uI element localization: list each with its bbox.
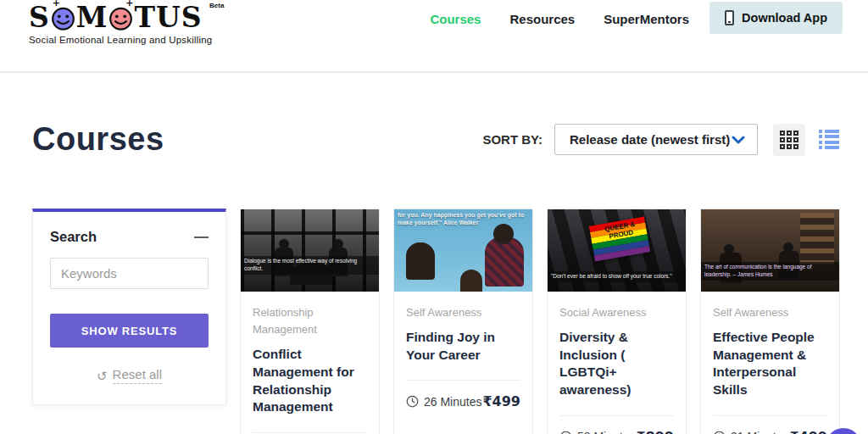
course-thumbnail: The art of communication is the language… <box>701 209 839 292</box>
grid-view-button[interactable] <box>773 124 805 156</box>
course-duration: 58 Minutes <box>559 430 635 434</box>
download-app-label: Download App <box>742 11 827 25</box>
course-duration-label: 58 Minutes <box>577 430 635 434</box>
divider <box>713 415 827 416</box>
course-category: Self Awareness <box>406 304 520 321</box>
clock-icon <box>559 431 572 434</box>
course-card-footer: 31 Minutes ₹499 <box>713 429 827 434</box>
page-title: Courses <box>32 121 164 158</box>
chevron-down-icon <box>732 136 745 144</box>
beta-badge: Beta <box>209 2 224 9</box>
course-duration-label: 31 Minutes <box>731 430 788 434</box>
reset-all-label: Reset all <box>113 367 162 384</box>
course-thumbnail: Dialogue is the most effective way of re… <box>241 209 379 292</box>
list-view-icon <box>819 130 839 150</box>
course-category: Self Awareness <box>713 304 827 321</box>
logo[interactable]: Beta S + M + <box>29 3 212 45</box>
course-category: Social Awareness <box>559 304 674 321</box>
grid-view-icon <box>780 131 798 149</box>
show-results-button[interactable]: SHOW RESULTS <box>50 314 209 348</box>
keywords-input[interactable] <box>50 258 209 289</box>
course-category: Relationship Management <box>253 304 367 338</box>
course-card-body: Relationship Management Conflict Managem… <box>241 292 379 434</box>
logo-letter: M <box>76 3 108 31</box>
course-title: Conflict Management for Relationship Man… <box>253 346 367 415</box>
content: Search SHOW RESULTS ↺ Reset all Dialogue… <box>32 209 868 434</box>
logo-tagline: Social Emotional Learning and Upskilling <box>29 35 212 45</box>
reset-all-link[interactable]: ↺ Reset all <box>50 367 209 384</box>
course-title: Diversity & Inclusion ( LGBTQi+ awarenes… <box>559 329 674 398</box>
course-price: ₹899 <box>636 429 674 434</box>
thumbnail-caption: for you. Any happiness you get you've go… <box>394 209 532 229</box>
course-card-footer: 58 Minutes ₹899 <box>559 429 674 434</box>
download-app-button[interactable]: Download App <box>709 2 843 34</box>
main-nav: Courses Resources SuperMentors <box>430 12 689 26</box>
sort-dropdown-value: Release date (newest first) <box>570 132 730 147</box>
nav-item-resources[interactable]: Resources <box>509 12 575 26</box>
course-title: Finding Joy in Your Career <box>406 329 520 364</box>
course-duration: 31 Minutes <box>713 430 788 434</box>
course-card-footer: 26 Minutes ₹499 <box>406 393 520 409</box>
collapse-icon[interactable] <box>194 236 209 238</box>
clock-icon <box>713 431 726 434</box>
course-card-body: Social Awareness Diversity & Inclusion (… <box>548 292 686 434</box>
reset-icon: ↺ <box>97 370 108 382</box>
thumbnail-caption: The art of communication is the language… <box>701 262 839 281</box>
sort-by-label: SORT BY: <box>482 132 542 147</box>
thumbnail-caption: "Don't ever be afraid to show off your t… <box>548 271 686 282</box>
course-price: ₹499 <box>789 429 827 434</box>
nav-item-courses[interactable]: Courses <box>430 12 481 26</box>
course-card[interactable]: for you. Any happiness you get you've go… <box>393 209 533 434</box>
logo-wordmark: S + M + TUS <box>29 3 212 31</box>
view-toggles <box>773 124 839 156</box>
pink-smiley-icon: + <box>108 6 133 31</box>
thumbnail-caption: Dialogue is the most effective way of re… <box>241 256 379 275</box>
course-thumbnail: for you. Any happiness you get you've go… <box>394 209 532 292</box>
course-card-body: Self Awareness Finding Joy in Your Caree… <box>394 292 532 421</box>
logo-letter: S <box>29 3 50 31</box>
course-card[interactable]: QUEER & PROUD "Don't ever be afraid to s… <box>547 209 687 434</box>
search-panel: Search SHOW RESULTS ↺ Reset all <box>32 209 226 405</box>
search-panel-title: Search <box>50 229 97 245</box>
sort-dropdown[interactable]: Release date (newest first) <box>554 124 758 155</box>
clock-icon <box>406 395 419 408</box>
sparkle-icon: + <box>53 0 61 8</box>
course-grid: Dialogue is the most effective way of re… <box>240 209 840 434</box>
phone-icon <box>725 10 734 25</box>
course-thumbnail: QUEER & PROUD "Don't ever be afraid to s… <box>548 209 686 292</box>
course-card[interactable]: Dialogue is the most effective way of re… <box>240 209 380 434</box>
header: Beta S + M + <box>0 0 868 73</box>
nav-item-supermentors[interactable]: SuperMentors <box>604 12 689 26</box>
course-title: Effective People Management & Interperso… <box>713 329 827 398</box>
divider <box>406 380 520 381</box>
logo-letter: TUS <box>134 3 202 31</box>
search-panel-header: Search <box>50 229 209 245</box>
course-price: ₹499 <box>482 393 520 409</box>
sort-group: SORT BY: Release date (newest first) <box>482 124 839 156</box>
sparkle-icon: + <box>125 0 134 8</box>
divider <box>559 415 674 416</box>
course-card-body: Self Awareness Effective People Manageme… <box>701 292 839 434</box>
toolbar: Courses SORT BY: Release date (newest fi… <box>32 121 839 158</box>
course-card[interactable]: The art of communication is the language… <box>700 209 840 434</box>
blue-smiley-icon: + <box>51 6 75 31</box>
course-duration-label: 26 Minutes <box>424 395 481 409</box>
list-view-button[interactable] <box>819 130 839 150</box>
divider <box>253 432 367 433</box>
course-duration: 26 Minutes <box>406 395 481 409</box>
